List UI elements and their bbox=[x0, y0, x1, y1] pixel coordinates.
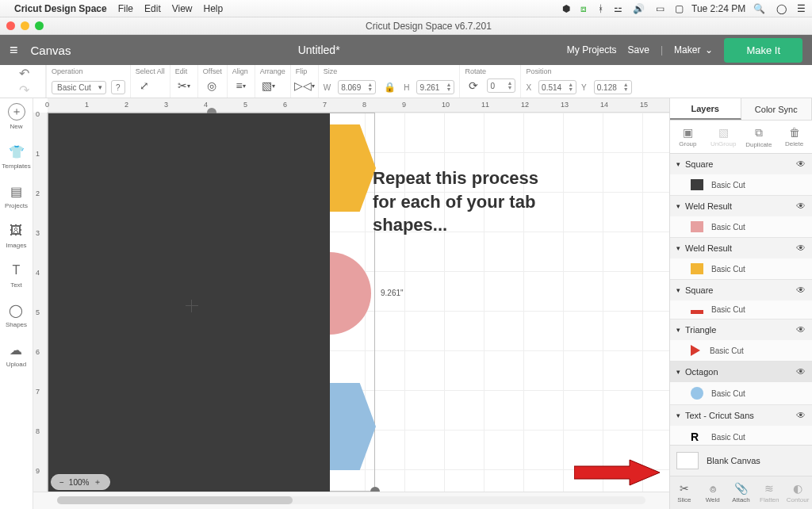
operation-help-button[interactable]: ? bbox=[111, 80, 125, 94]
layer-child[interactable]: Basic Cut bbox=[670, 216, 812, 237]
document-title[interactable]: Untitled* bbox=[71, 44, 566, 56]
height-input[interactable]: 9.261▲▼ bbox=[416, 80, 454, 94]
sidebar-item-new[interactable]: ＋New bbox=[8, 103, 25, 130]
ruler-tick: 0 bbox=[45, 101, 49, 109]
undo-button[interactable]: ↶ bbox=[19, 66, 29, 81]
fullscreen-window-button[interactable] bbox=[35, 21, 44, 30]
visibility-toggle[interactable]: 👁 bbox=[796, 243, 806, 254]
horizontal-scrollbar[interactable] bbox=[57, 496, 645, 504]
lock-aspect-icon[interactable]: 🔒 bbox=[384, 82, 396, 93]
shape-pentagon-yellow[interactable] bbox=[330, 124, 376, 212]
sidebar-item-text[interactable]: TText bbox=[8, 262, 25, 289]
design-surface[interactable]: 9.261" Repeat this process for each of y… bbox=[48, 113, 669, 492]
redo-button[interactable]: ↷ bbox=[19, 82, 29, 98]
visibility-toggle[interactable]: 👁 bbox=[796, 159, 806, 170]
shape-square-dark[interactable] bbox=[48, 113, 330, 492]
menu-edit[interactable]: Edit bbox=[144, 3, 161, 14]
arrange-button[interactable]: ▧▾ bbox=[260, 77, 278, 94]
width-input[interactable]: 8.069▲▼ bbox=[338, 80, 376, 94]
layer-child[interactable]: RBasic Cut bbox=[670, 426, 812, 445]
layer-child[interactable]: Basic Cut bbox=[670, 300, 812, 319]
sidebar-item-images[interactable]: 🖼Images bbox=[6, 222, 26, 249]
layer-header[interactable]: ▾Text - Cricut Sans👁 bbox=[670, 405, 812, 426]
shape-halfcircle-pink[interactable] bbox=[330, 252, 371, 335]
zoom-in-icon[interactable]: ＋ bbox=[94, 476, 102, 488]
layer-header[interactable]: ▾Weld Result👁 bbox=[670, 238, 812, 258]
pos-y-input[interactable]: 0.128▲▼ bbox=[594, 80, 632, 94]
ungroup-button[interactable]: ▧UnGroup bbox=[706, 121, 741, 153]
offset-button[interactable]: ◎ bbox=[203, 77, 220, 94]
contour-button[interactable]: ◐Contour bbox=[783, 476, 812, 509]
canvas-footer bbox=[33, 492, 669, 509]
layer-header[interactable]: ▾Triangle👁 bbox=[670, 320, 812, 340]
canvas-area[interactable]: 0123456789101112131415 0123456789 9.261"… bbox=[33, 98, 669, 509]
delete-button[interactable]: 🗑Delete bbox=[776, 121, 812, 153]
bluetooth-icon[interactable]: ᚼ bbox=[598, 3, 603, 14]
selection-bounds[interactable] bbox=[48, 113, 375, 492]
slice-button[interactable]: ✂Slice bbox=[670, 476, 699, 509]
zoom-control[interactable]: − 100% ＋ bbox=[51, 474, 110, 490]
layer-name: Weld Result bbox=[685, 201, 796, 211]
notifications-icon[interactable]: ☰ bbox=[797, 3, 806, 14]
pos-x-input[interactable]: 0.514▲▼ bbox=[538, 80, 576, 94]
my-projects-link[interactable]: My Projects bbox=[567, 44, 617, 55]
tab-color-sync[interactable]: Color Sync bbox=[741, 98, 813, 120]
layer-header[interactable]: ▾Square👁 bbox=[670, 280, 812, 300]
machine-selector[interactable]: Maker ⌄ bbox=[674, 44, 713, 55]
blank-canvas-row[interactable]: Blank Canvas bbox=[670, 445, 812, 476]
display-icon[interactable]: ▢ bbox=[675, 3, 684, 14]
layer-child[interactable]: Basic Cut bbox=[670, 382, 812, 404]
menubar-status-icons: ⬢ ⧈ ᚼ ⚍ 🔊 ▭ ▢ bbox=[554, 3, 684, 14]
visibility-toggle[interactable]: 👁 bbox=[796, 285, 806, 296]
zoom-out-icon[interactable]: − bbox=[59, 478, 64, 487]
layer-child[interactable]: Basic Cut bbox=[670, 258, 812, 279]
ruler-tick: 9 bbox=[36, 467, 40, 475]
visibility-toggle[interactable]: 👁 bbox=[796, 410, 806, 421]
sidebar-item-shapes[interactable]: ◯Shapes bbox=[6, 301, 27, 328]
volume-icon[interactable]: 🔊 bbox=[633, 3, 645, 14]
layer-child[interactable]: Basic Cut bbox=[670, 340, 812, 361]
edit-label: Edit bbox=[175, 67, 188, 75]
layer-header[interactable]: ▾Octagon👁 bbox=[670, 362, 812, 382]
sidebar-item-upload[interactable]: ☁Upload bbox=[6, 341, 26, 368]
flatten-button[interactable]: ≋Flatten bbox=[755, 476, 783, 509]
layer-child[interactable]: Basic Cut bbox=[670, 174, 812, 195]
wifi-icon[interactable]: ⚍ bbox=[614, 3, 622, 14]
spotlight-icon[interactable]: 🔍 bbox=[753, 3, 765, 14]
layer-header[interactable]: ▾Weld Result👁 bbox=[670, 196, 812, 216]
select-all-button[interactable]: ⤢ bbox=[136, 77, 153, 94]
menubar-clock[interactable]: Tue 2:24 PM bbox=[691, 3, 745, 14]
make-it-button[interactable]: Make It bbox=[724, 38, 802, 63]
layer-header[interactable]: ▾Square👁 bbox=[670, 154, 812, 174]
weld-button[interactable]: ⌾Weld bbox=[699, 476, 727, 509]
minimize-window-button[interactable] bbox=[21, 21, 29, 30]
canvas-breadcrumb[interactable]: Canvas bbox=[31, 44, 71, 57]
close-window-button[interactable] bbox=[6, 21, 15, 30]
tab-layers[interactable]: Layers bbox=[670, 98, 741, 120]
sidebar-item-templates[interactable]: 👕Templates bbox=[2, 143, 30, 170]
flip-button[interactable]: ▷◁▾ bbox=[296, 77, 313, 94]
visibility-toggle[interactable]: 👁 bbox=[796, 324, 806, 335]
shape-pentagon-blue[interactable] bbox=[330, 383, 376, 470]
group-button[interactable]: ▣Group bbox=[670, 121, 706, 153]
align-button[interactable]: ≡▾ bbox=[232, 77, 250, 94]
icon-c[interactable]: ⧈ bbox=[580, 3, 587, 14]
layer-op-label: Basic Cut bbox=[711, 305, 745, 314]
duplicate-button[interactable]: ⧉Duplicate bbox=[741, 121, 777, 153]
siri-icon[interactable]: ◯ bbox=[776, 3, 787, 14]
menu-help[interactable]: Help bbox=[204, 3, 224, 14]
rotate-input[interactable]: 0▲▼ bbox=[487, 78, 515, 93]
attach-button[interactable]: 📎Attach bbox=[727, 476, 756, 509]
battery-icon[interactable]: ▭ bbox=[656, 3, 665, 14]
menu-view[interactable]: View bbox=[172, 3, 193, 14]
edit-button[interactable]: ✂▾ bbox=[175, 77, 193, 94]
menubar-app-name[interactable]: Cricut Design Space bbox=[14, 3, 107, 14]
menu-file[interactable]: File bbox=[118, 3, 133, 14]
sidebar-item-projects[interactable]: ▤Projects bbox=[5, 182, 28, 209]
icon-app[interactable]: ⬢ bbox=[562, 3, 570, 14]
operation-select[interactable]: Basic Cut bbox=[52, 81, 106, 94]
save-link[interactable]: Save bbox=[628, 44, 649, 55]
visibility-toggle[interactable]: 👁 bbox=[796, 201, 806, 212]
visibility-toggle[interactable]: 👁 bbox=[796, 366, 806, 377]
main-menu-button[interactable]: ≡ bbox=[10, 42, 18, 59]
